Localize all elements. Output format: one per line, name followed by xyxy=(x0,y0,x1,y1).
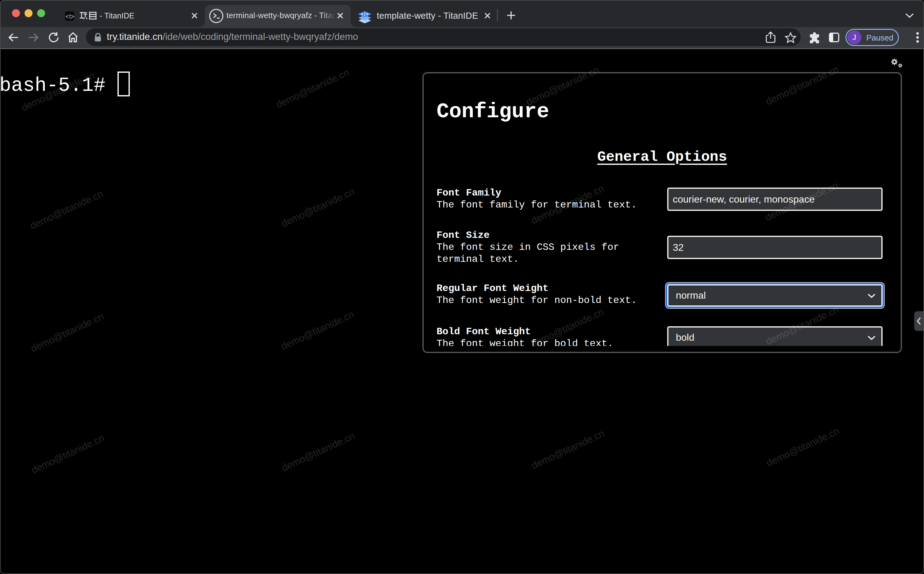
svg-text:>: > xyxy=(71,14,75,20)
